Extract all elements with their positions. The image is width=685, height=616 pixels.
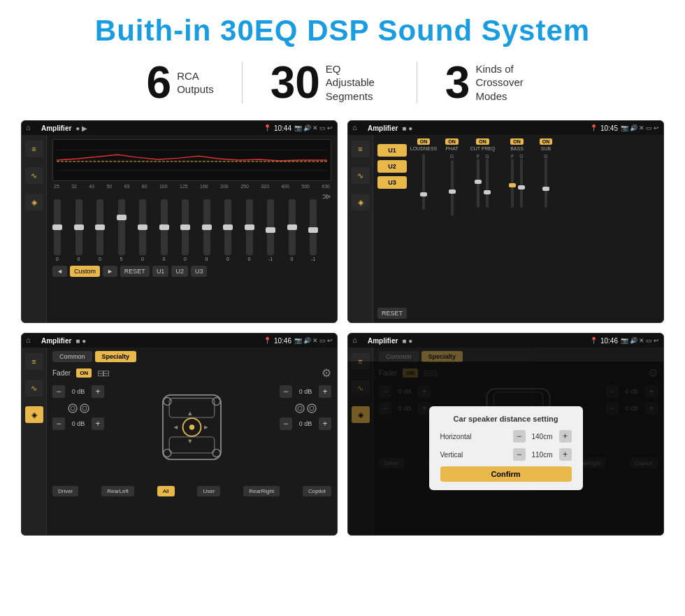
pin-icon-1: 📍 [264, 124, 271, 131]
custom-btn[interactable]: Custom [70, 266, 100, 277]
freq-500: 500 [301, 184, 310, 189]
cutfreq-f-slider [475, 159, 482, 208]
x-icon-2: ✕ [639, 124, 644, 131]
wave-sidebar-btn-2[interactable]: ∿ [352, 167, 370, 184]
specialty-tab[interactable]: Specialty [95, 351, 137, 362]
stat-eq-number: 30 [271, 60, 320, 105]
svg-point-26 [164, 398, 171, 406]
screen-title-2: Amplifier [368, 124, 398, 132]
eq-sidebar-btn-2[interactable]: ≡ [352, 141, 370, 157]
u2-btn[interactable]: U2 [171, 266, 188, 277]
status-icons-2: 📷 🔊 ✕ ▭ ↩ [621, 124, 659, 131]
wave-sidebar-btn[interactable]: ∿ [25, 167, 43, 184]
svg-text:▼: ▼ [187, 438, 193, 445]
cross-main: Common Specialty Fader ON ⊟⊟ ⚙ [47, 348, 337, 535]
svg-point-37 [310, 406, 314, 410]
db-val-tr: 0 dB [295, 388, 316, 395]
svg-point-29 [212, 449, 220, 457]
prev-btn[interactable]: ◄ [52, 266, 67, 277]
phat-g-slider [449, 160, 456, 216]
vertical-minus[interactable]: − [513, 448, 526, 461]
left-sidebar-3: ≡ ∿ ◈ [22, 348, 47, 535]
db-minus-tl[interactable]: − [52, 385, 65, 398]
vertical-value: 110cm [528, 451, 556, 459]
screen-content-4: ≡ ∿ ◈ Common Specialty Fader ON ⊟⊟ ⚙ [348, 348, 663, 535]
specialty-tab-4: Specialty [421, 351, 463, 362]
slider-5: 0 [139, 199, 146, 262]
driver-btn[interactable]: Driver [52, 486, 78, 496]
eq-sidebar-btn-3[interactable]: ≡ [25, 353, 43, 370]
db-plus-tr[interactable]: + [319, 385, 331, 398]
db-plus-br[interactable]: + [319, 417, 331, 430]
u2-preset[interactable]: U2 [377, 160, 407, 173]
speaker-sidebar-btn-2[interactable]: ◈ [352, 194, 370, 210]
confirm-button[interactable]: Confirm [440, 466, 572, 482]
camera-icon-2: 📷 [621, 124, 628, 131]
bass-channel: ON BASS F [501, 138, 533, 319]
db-minus-br[interactable]: − [280, 417, 292, 430]
status-bar-2: ⌂ Amplifier ■ ● 📍 10:45 📷 🔊 ✕ ▭ ↩ [348, 121, 663, 135]
phat-on: ON [445, 138, 459, 145]
rearright-btn[interactable]: RearRight [243, 486, 280, 496]
dots-4: ■ ● [402, 337, 412, 345]
svg-point-18 [71, 406, 75, 410]
phat-channel: ON PHAT G [440, 138, 464, 319]
pin-icon-3: 📍 [264, 337, 271, 344]
status-icons-1: 📷 🔊 ✕ ▭ ↩ [294, 124, 333, 131]
u1-preset[interactable]: U1 [377, 144, 407, 157]
dots-2: ■ ● [402, 124, 412, 132]
reset-btn-2[interactable]: RESET [377, 308, 407, 319]
screen-title-4: Amplifier [368, 337, 398, 345]
vertical-plus[interactable]: + [559, 448, 572, 461]
dialog-horizontal-row: Horizontal − 140cm + [440, 430, 572, 443]
db-control-tl: − 0 dB + [52, 385, 104, 398]
db-plus-tl[interactable]: + [92, 385, 104, 398]
freq-320: 320 [261, 184, 269, 189]
dots-1: ● ▶ [75, 124, 87, 132]
svg-point-35 [298, 406, 302, 410]
u3-preset[interactable]: U3 [377, 176, 407, 189]
svg-text:▲: ▲ [187, 410, 193, 417]
u1-btn[interactable]: U1 [152, 266, 169, 277]
speaker-sidebar-btn[interactable]: ◈ [25, 194, 43, 210]
x-icon-4: ✕ [639, 337, 644, 344]
right-db-controls: − 0 dB + − 0 dB + [280, 385, 331, 483]
speaker-sidebar-btn-3[interactable]: ◈ [25, 406, 43, 423]
horizontal-minus[interactable]: − [513, 430, 526, 443]
fader-row: Fader ON ⊟⊟ ⚙ [52, 366, 331, 380]
volume-icon-4: 🔊 [630, 337, 637, 344]
home-icon-2: ⌂ [352, 123, 362, 133]
vertical-control: − 110cm + [513, 448, 572, 461]
status-icons-4: 📷 🔊 ✕ ▭ ↩ [621, 337, 659, 344]
speaker-layout: − 0 dB + − 0 dB + [52, 385, 331, 483]
svg-text:►: ► [203, 424, 209, 431]
wave-sidebar-btn-3[interactable]: ∿ [25, 380, 43, 396]
stat-cross: 3 Kinds ofCrossover Modes [417, 60, 567, 105]
rearleft-btn[interactable]: RearLeft [101, 486, 134, 496]
copilot-btn[interactable]: Copilot [303, 486, 331, 496]
db-plus-bl[interactable]: + [92, 417, 104, 430]
u3-btn[interactable]: U3 [191, 266, 208, 277]
stat-rca-number: 6 [147, 60, 172, 105]
settings-icon[interactable]: ⚙ [322, 366, 331, 380]
volume-icon-1: 🔊 [303, 124, 311, 131]
reset-btn[interactable]: RESET [120, 266, 150, 277]
page-title: Buith-in 30EQ DSP Sound System [21, 14, 664, 48]
db-minus-bl[interactable]: − [52, 417, 65, 430]
common-tab[interactable]: Common [52, 351, 92, 362]
user-btn[interactable]: User [197, 486, 220, 496]
svg-rect-8 [475, 180, 482, 184]
loudness-slider [419, 154, 428, 210]
slider-10: 0 [246, 199, 253, 262]
db-minus-tr[interactable]: − [280, 385, 292, 398]
slider-7: 0 [182, 199, 189, 262]
screen-content-2: ≡ ∿ ◈ U1 U2 U3 RESET [348, 135, 663, 322]
play-btn[interactable]: ► [103, 266, 117, 277]
bass-g-slider [518, 159, 525, 208]
horizontal-plus[interactable]: + [559, 430, 572, 443]
svg-point-27 [212, 398, 220, 406]
all-btn[interactable]: All [157, 486, 175, 496]
eq-sidebar-btn[interactable]: ≡ [25, 141, 43, 157]
screen-title-1: Amplifier [41, 124, 71, 132]
eq-graph [52, 139, 331, 181]
